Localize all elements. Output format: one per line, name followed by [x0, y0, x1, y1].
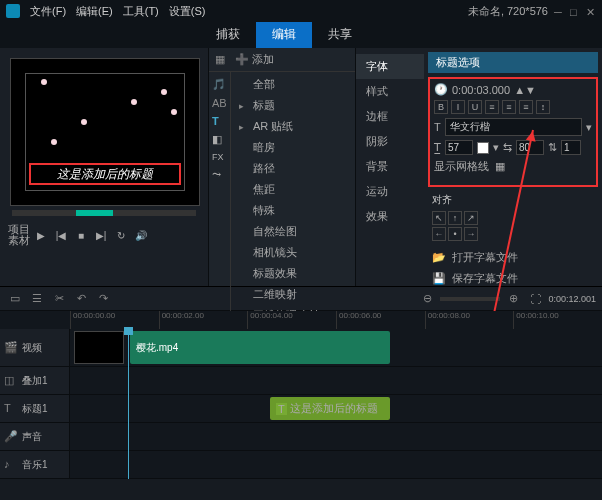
prop-tab-style[interactable]: 样式 — [356, 79, 424, 104]
menu-tools[interactable]: 工具(T) — [119, 2, 163, 21]
source-toggle[interactable]: 项目素材 — [8, 224, 30, 246]
align-mc[interactable]: • — [448, 227, 462, 241]
prop-tab-motion[interactable]: 运动 — [356, 179, 424, 204]
title-overlay[interactable]: 这是添加后的标题 — [29, 163, 181, 185]
graphic-icon[interactable]: ◧ — [212, 133, 227, 146]
lib-item[interactable]: 焦距 — [231, 179, 355, 200]
vertical-button[interactable]: ↕ — [536, 100, 550, 114]
play-button[interactable]: ▶ — [32, 226, 50, 244]
zoom-slider[interactable] — [440, 297, 500, 301]
title-clip[interactable]: T 这是添加后的标题 — [270, 397, 390, 420]
prop-tab-font[interactable]: 字体 — [356, 54, 424, 79]
leading-input[interactable] — [561, 140, 581, 155]
clip-thumbnail[interactable] — [74, 331, 124, 364]
prop-tab-bg[interactable]: 背景 — [356, 154, 424, 179]
maximize-icon[interactable]: □ — [570, 6, 580, 16]
align-left-button[interactable]: ≡ — [485, 100, 499, 114]
redo-button[interactable]: ↷ — [94, 290, 112, 308]
fit-button[interactable]: ⛶ — [526, 290, 544, 308]
lib-item[interactable]: 路径 — [231, 158, 355, 179]
prop-tab-shadow[interactable]: 阴影 — [356, 129, 424, 154]
tool-button[interactable]: ✂ — [50, 290, 68, 308]
prop-tab-effect[interactable]: 效果 — [356, 204, 424, 229]
align-tr[interactable]: ↗ — [464, 211, 478, 225]
timeline-view-button[interactable]: ☰ — [28, 290, 46, 308]
close-icon[interactable]: ✕ — [586, 6, 596, 16]
project-status: 未命名, 720*576 — [468, 4, 548, 19]
preview-panel: 这是添加后的标题 项目素材 ▶ |◀ ■ ▶| ↻ 🔊 — [0, 48, 208, 286]
font-prefix-icon: T — [434, 121, 441, 133]
dropdown-icon[interactable]: ▾ — [586, 121, 592, 134]
add-button[interactable]: ➕ 添加 — [235, 52, 274, 67]
lib-item[interactable]: 标题效果 — [231, 263, 355, 284]
minimize-icon[interactable]: ─ — [554, 6, 564, 16]
transition-icon[interactable]: AB — [212, 97, 227, 109]
grid-label: 显示网格线 — [434, 159, 489, 174]
align-mr[interactable]: → — [464, 227, 478, 241]
save-subtitle-button[interactable]: 保存字幕文件 — [452, 271, 518, 286]
lib-item[interactable]: 全部 — [231, 74, 355, 95]
prev-frame-button[interactable]: |◀ — [52, 226, 70, 244]
menu-edit[interactable]: 编辑(E) — [72, 2, 117, 21]
align-right-button[interactable]: ≡ — [519, 100, 533, 114]
library-icon: ▦ — [215, 53, 229, 67]
next-frame-button[interactable]: ▶| — [92, 226, 110, 244]
timecode-input[interactable]: 0:00:03.000 — [452, 84, 510, 96]
leading-icon: ⇅ — [548, 141, 557, 154]
preview-viewport[interactable]: 这是添加后的标题 — [10, 58, 200, 206]
underline-button[interactable]: U — [468, 100, 482, 114]
duration-display: 0:00:12.001 — [548, 294, 596, 304]
tab-capture[interactable]: 捕获 — [200, 22, 256, 48]
playhead[interactable] — [128, 329, 129, 479]
open-subtitle-icon[interactable]: 📂 — [432, 251, 446, 264]
path-icon[interactable]: ⤳ — [212, 168, 227, 181]
timeline-ruler[interactable]: 00:00:00.00 00:00:02.00 00:00:04.00 00:0… — [0, 311, 602, 329]
color-swatch[interactable] — [477, 142, 489, 154]
bold-button[interactable]: B — [434, 100, 448, 114]
storyboard-view-button[interactable]: ▭ — [6, 290, 24, 308]
overlay-track-icon[interactable]: ◫ — [4, 374, 18, 388]
stop-button[interactable]: ■ — [72, 226, 90, 244]
media-icon[interactable]: 🎵 — [212, 78, 227, 91]
video-clip[interactable]: 樱花.mp4 — [130, 331, 390, 364]
lib-item[interactable]: 暗房 — [231, 137, 355, 158]
align-ml[interactable]: ← — [432, 227, 446, 241]
font-select[interactable]: 华文行楷 — [445, 118, 582, 136]
zoom-out-button[interactable]: ⊖ — [418, 290, 436, 308]
preview-scrubber[interactable] — [12, 210, 196, 216]
properties-panel: 字体 样式 边框 阴影 背景 运动 效果 标题选项 🕐0:00:03.000▲▼… — [356, 48, 602, 286]
app-logo — [6, 4, 20, 18]
overlay-track: ◫叠加1 — [0, 367, 602, 395]
align-tl[interactable]: ↖ — [432, 211, 446, 225]
italic-button[interactable]: I — [451, 100, 465, 114]
align-center-button[interactable]: ≡ — [502, 100, 516, 114]
align-tc[interactable]: ↑ — [448, 211, 462, 225]
music-track-icon[interactable]: ♪ — [4, 458, 18, 472]
prop-tab-border[interactable]: 边框 — [356, 104, 424, 129]
menu-settings[interactable]: 设置(S) — [165, 2, 210, 21]
volume-button[interactable]: 🔊 — [132, 226, 150, 244]
lib-item[interactable]: 自然绘图 — [231, 221, 355, 242]
library-panel: ▦ ➕ 添加 🎵 AB T ◧ FX ⤳ 全部 ▸标题 ▸AR 贴纸 暗房 路径… — [208, 48, 356, 286]
zoom-in-button[interactable]: ⊕ — [504, 290, 522, 308]
title-track-icon[interactable]: T — [4, 402, 18, 416]
lib-item[interactable]: 二维映射 — [231, 284, 355, 305]
menu-file[interactable]: 文件(F) — [26, 2, 70, 21]
font-size-input[interactable] — [445, 140, 473, 155]
filter-icon[interactable]: FX — [212, 152, 227, 162]
voice-track-icon[interactable]: 🎤 — [4, 430, 18, 444]
voice-track: 🎤声音 — [0, 423, 602, 451]
video-track-icon[interactable]: 🎬 — [4, 341, 18, 355]
grid-toggle-icon[interactable]: ▦ — [495, 160, 505, 173]
undo-button[interactable]: ↶ — [72, 290, 90, 308]
tab-edit[interactable]: 编辑 — [256, 22, 312, 48]
save-subtitle-icon[interactable]: 💾 — [432, 272, 446, 285]
tab-share[interactable]: 共享 — [312, 22, 368, 48]
lib-item[interactable]: 特殊 — [231, 200, 355, 221]
loop-button[interactable]: ↻ — [112, 226, 130, 244]
lib-item[interactable]: ▸AR 贴纸 — [231, 116, 355, 137]
lib-item[interactable]: 相机镜头 — [231, 242, 355, 263]
lib-item[interactable]: ▸标题 — [231, 95, 355, 116]
open-subtitle-button[interactable]: 打开字幕文件 — [452, 250, 518, 265]
title-icon[interactable]: T — [212, 115, 227, 127]
